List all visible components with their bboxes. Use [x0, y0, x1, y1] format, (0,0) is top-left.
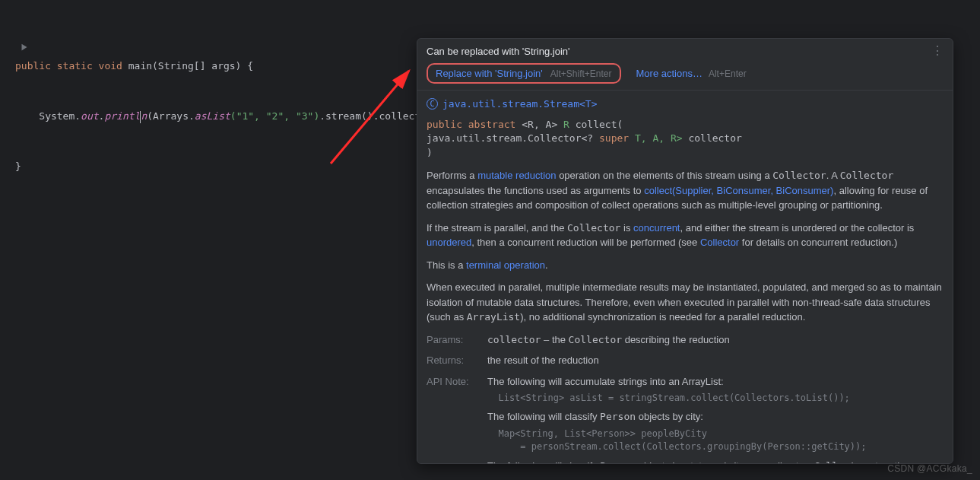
- doc-paragraph: When executed in parallel, multiple inte…: [427, 280, 944, 325]
- more-actions-link[interactable]: More actions…: [636, 68, 702, 79]
- replace-with-string-join-action[interactable]: Replace with 'String.join' Alt+Shift+Ent…: [427, 63, 621, 84]
- doc-paragraph: If the stream is parallel, and the Colle…: [427, 221, 944, 250]
- doc-link[interactable]: unordered: [427, 237, 471, 248]
- method-signature: public abstract <R, A> R collect( java.u…: [427, 118, 944, 161]
- doc-paragraph: This is a terminal operation.: [427, 258, 944, 273]
- params-value: collector – the Collector describing the…: [487, 332, 944, 348]
- params-label: Params:: [427, 332, 480, 348]
- apinote-label: API Note:: [427, 374, 480, 463]
- doc-link[interactable]: Collector: [700, 237, 739, 248]
- shortcut-label: Alt+Enter: [709, 68, 747, 79]
- svg-marker-0: [22, 44, 27, 51]
- doc-link[interactable]: concurrent: [633, 222, 680, 234]
- returns-label: Returns:: [427, 353, 480, 368]
- more-options-icon[interactable]: ⋮: [931, 45, 944, 57]
- class-badge-icon: C: [427, 98, 438, 110]
- class-link[interactable]: java.util.stream.Stream<T>: [442, 97, 598, 112]
- doc-link[interactable]: collect(Supplier, BiConsumer, BiConsumer…: [644, 185, 833, 196]
- doc-link[interactable]: mutable reduction: [477, 170, 556, 181]
- shortcut-label: Alt+Shift+Enter: [550, 68, 612, 79]
- run-gutter-icon[interactable]: [0, 24, 6, 35]
- doc-link[interactable]: terminal operation: [466, 259, 545, 271]
- apinote-body: The following will accumulate strings in…: [487, 374, 944, 463]
- quick-doc-popup: Can be replaced with 'String.join' ⋮ Rep…: [417, 38, 953, 464]
- documentation-body[interactable]: C java.util.stream.Stream<T> public abst…: [417, 90, 953, 463]
- popup-title: Can be replaced with 'String.join': [427, 46, 570, 57]
- watermark: CSDN @ACGkaka_: [887, 463, 972, 474]
- returns-value: the result of the reduction: [487, 353, 944, 368]
- doc-paragraph: Performs a mutable reduction operation o…: [427, 168, 944, 213]
